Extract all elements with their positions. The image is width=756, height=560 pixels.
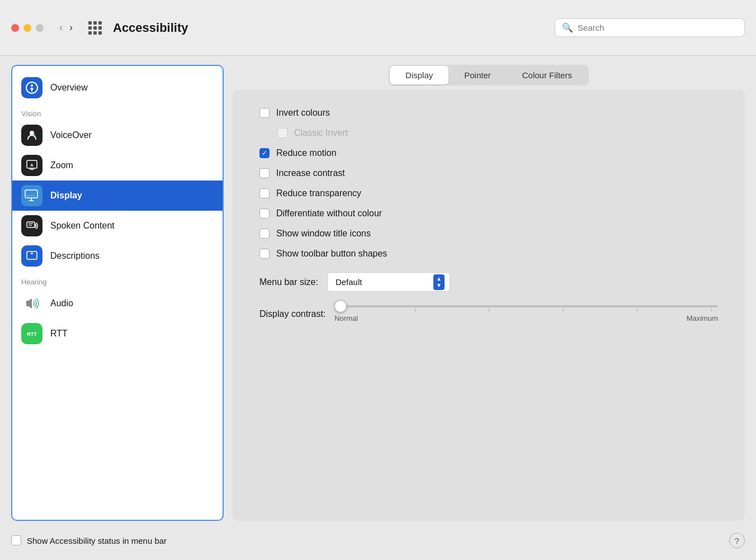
reduce-motion-checkbox[interactable]: ✓ xyxy=(259,148,270,158)
display-contrast-section: Display contrast: xyxy=(259,305,718,322)
help-button[interactable]: ? xyxy=(729,533,745,548)
slider-labels: Normal Maximum xyxy=(334,314,718,322)
sidebar-item-label-zoom: Zoom xyxy=(50,160,73,170)
sidebar-item-audio[interactable]: Audio xyxy=(12,288,223,319)
maximize-button[interactable] xyxy=(36,24,44,32)
sidebar-item-label-display: Display xyxy=(50,191,82,201)
back-button[interactable]: ‹ xyxy=(57,21,65,35)
content-panel: Invert colours Classic Invert ✓ Reduce m… xyxy=(233,90,745,521)
tab-pointer[interactable]: Pointer xyxy=(448,66,507,84)
reduce-transparency-label: Reduce transparency xyxy=(276,188,361,198)
differentiate-colour-label: Differentiate without colour xyxy=(276,208,382,219)
sidebar-item-display[interactable]: Display xyxy=(12,181,223,211)
reduce-transparency-row: Reduce transparency xyxy=(259,188,718,198)
sidebar-item-rtt[interactable]: RTT RTT xyxy=(12,319,223,349)
invert-colours-row: Invert colours xyxy=(259,108,718,118)
tab-display[interactable]: Display xyxy=(390,66,448,84)
svg-text:A: A xyxy=(30,163,34,168)
sidebar-item-spoken-content[interactable]: Spoken Content xyxy=(12,211,223,241)
slider-container: Normal Maximum xyxy=(334,305,718,322)
voiceover-icon xyxy=(21,125,42,146)
menu-bar-size-row: Menu bar size: Default Large ▲ ▼ xyxy=(259,272,718,292)
slider-tick xyxy=(563,309,564,312)
toolbar-button-shapes-row: Show toolbar button shapes xyxy=(259,249,718,259)
sidebar-item-descriptions[interactable]: " '' Descriptions xyxy=(12,241,223,271)
classic-invert-checkbox[interactable] xyxy=(277,128,287,138)
svg-point-1 xyxy=(31,84,33,87)
svg-marker-19 xyxy=(26,298,32,309)
descriptions-icon: " '' xyxy=(21,245,42,267)
accessibility-status-label: Show Accessibility status in menu bar xyxy=(27,536,167,545)
svg-point-5 xyxy=(34,134,36,136)
svg-rect-13 xyxy=(27,222,35,227)
menu-bar-size-select-wrapper: Default Large ▲ ▼ xyxy=(327,272,450,292)
classic-invert-label: Classic Invert xyxy=(294,128,348,138)
invert-colours-checkbox[interactable] xyxy=(259,108,270,118)
toolbar-button-shapes-label: Show toolbar button shapes xyxy=(276,249,387,259)
invert-colours-label: Invert colours xyxy=(276,108,330,118)
search-input[interactable] xyxy=(578,23,738,32)
sidebar-item-label-voiceover: VoiceOver xyxy=(50,130,92,140)
tab-group: Display Pointer Colour Filters xyxy=(389,65,589,86)
slider-min-label: Normal xyxy=(334,314,358,322)
reduce-motion-label: Reduce motion xyxy=(276,148,337,158)
classic-invert-row: Classic Invert xyxy=(277,128,718,138)
toolbar-button-shapes-checkbox[interactable] xyxy=(259,249,270,259)
window-title-icons-checkbox[interactable] xyxy=(259,229,270,239)
rtt-icon: RTT xyxy=(21,323,42,344)
sidebar-item-zoom[interactable]: A Zoom xyxy=(12,150,223,181)
sidebar-item-label-rtt: RTT xyxy=(50,329,68,339)
slider-tick xyxy=(637,309,637,312)
window-controls xyxy=(11,24,44,32)
zoom-icon: A xyxy=(21,155,42,176)
audio-icon xyxy=(21,293,42,314)
sidebar: Overview Vision VoiceOver xyxy=(11,65,224,521)
slider-tick xyxy=(711,309,712,312)
increase-contrast-label: Increase contrast xyxy=(276,168,345,178)
sidebar-item-overview[interactable]: Overview xyxy=(12,73,223,103)
right-panel: Display Pointer Colour Filters Invert co… xyxy=(233,65,745,521)
tab-bar: Display Pointer Colour Filters xyxy=(233,65,745,86)
differentiate-colour-row: Differentiate without colour xyxy=(259,208,718,219)
slider-tick xyxy=(489,309,489,312)
page-title: Accessibility xyxy=(113,21,546,35)
overview-icon xyxy=(21,77,42,98)
main-content: Overview Vision VoiceOver xyxy=(0,56,756,521)
svg-text:RTT: RTT xyxy=(27,331,37,337)
sidebar-item-label-audio: Audio xyxy=(50,298,73,309)
increase-contrast-checkbox[interactable] xyxy=(259,168,270,178)
search-icon: 🔍 xyxy=(562,22,573,33)
slider-ticks xyxy=(334,309,718,312)
reduce-transparency-checkbox[interactable] xyxy=(259,188,270,198)
nav-arrows: ‹ › xyxy=(57,21,75,35)
svg-point-4 xyxy=(30,131,34,135)
close-button[interactable] xyxy=(11,24,19,32)
sidebar-item-label-overview: Overview xyxy=(50,83,88,93)
forward-button[interactable]: › xyxy=(67,21,75,35)
titlebar: ‹ › Accessibility 🔍 xyxy=(0,0,756,56)
increase-contrast-row: Increase contrast xyxy=(259,168,718,178)
tab-colour-filters[interactable]: Colour Filters xyxy=(507,66,588,84)
differentiate-colour-checkbox[interactable] xyxy=(259,208,270,219)
grid-icon[interactable] xyxy=(88,21,102,35)
accessibility-status-row: Show Accessibility status in menu bar xyxy=(11,535,167,545)
accessibility-status-checkbox[interactable] xyxy=(11,535,21,545)
window-title-icons-label: Show window title icons xyxy=(276,229,371,239)
window-title-icons-row: Show window title icons xyxy=(259,229,718,239)
minimize-button[interactable] xyxy=(23,24,31,32)
sidebar-scroll: Overview Vision VoiceOver xyxy=(12,66,223,520)
menu-bar-size-label: Menu bar size: xyxy=(259,277,318,287)
spoken-content-icon xyxy=(21,215,42,236)
display-contrast-label: Display contrast: xyxy=(259,309,325,319)
section-header-vision: Vision xyxy=(12,103,223,120)
display-icon xyxy=(21,185,42,206)
slider-track[interactable] xyxy=(334,305,718,307)
slider-row: Display contrast: xyxy=(259,305,718,322)
search-bar[interactable]: 🔍 xyxy=(555,18,745,37)
reduce-motion-row: ✓ Reduce motion xyxy=(259,148,718,158)
slider-tick xyxy=(415,309,415,312)
sidebar-item-voiceover[interactable]: VoiceOver xyxy=(12,120,223,150)
sidebar-item-label-spoken-content: Spoken Content xyxy=(50,221,115,231)
section-header-hearing: Hearing xyxy=(12,271,223,288)
menu-bar-size-select[interactable]: Default Large xyxy=(327,272,450,292)
